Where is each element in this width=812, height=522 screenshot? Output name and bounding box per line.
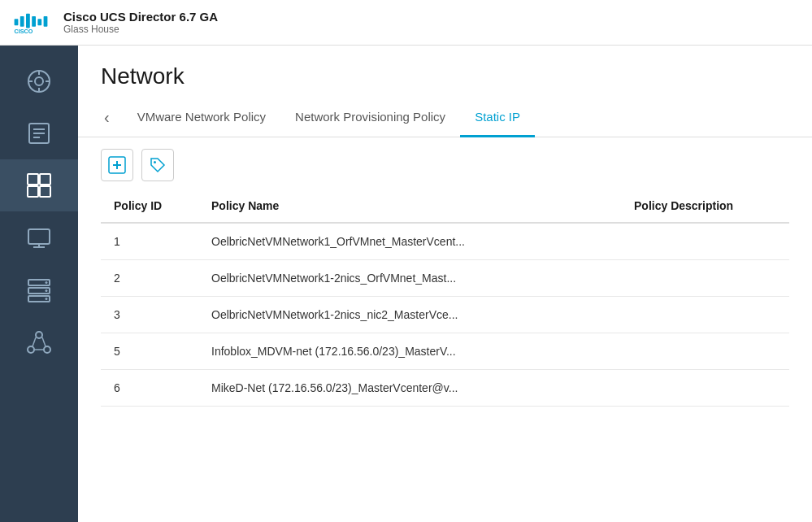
table-container: Policy ID Policy Name Policy Description…	[78, 189, 812, 522]
policies-icon	[24, 119, 54, 148]
tag-icon	[148, 155, 167, 175]
table-row[interactable]: 2OelbricNetVMNetwork1-2nics_OrfVMnet_Mas…	[101, 260, 789, 297]
sidebar	[0, 46, 78, 522]
cell-policy-name: Infoblox_MDVM-net (172.16.56.0/23)_Maste…	[198, 333, 621, 370]
table-row[interactable]: 6MikeD-Net (172.16.56.0/23)_MasterVcente…	[101, 370, 789, 407]
tag-button[interactable]	[141, 149, 174, 181]
col-header-name: Policy Name	[198, 189, 621, 223]
tab-back-button[interactable]: ‹	[101, 101, 113, 133]
dashboard-icon	[24, 67, 54, 96]
table-row[interactable]: 3OelbricNetVMNetwork1-2nics_nic2_MasterV…	[101, 297, 789, 333]
svg-rect-3	[32, 16, 36, 27]
tenant-name: Glass House	[63, 24, 218, 35]
cisco-logo: CISCO	[13, 10, 52, 36]
content-area: Network ‹ VMware Network Policy Network …	[78, 46, 812, 522]
app-title: Cisco UCS Director 6.7 GA Glass House	[63, 10, 218, 35]
table-row[interactable]: 1OelbricNetVMNetwork1_OrfVMnet_MasterVce…	[101, 223, 789, 260]
svg-rect-4	[37, 19, 41, 25]
cell-policy-id: 3	[101, 297, 198, 333]
servers-icon	[24, 275, 54, 304]
svg-rect-19	[28, 186, 38, 197]
svg-rect-20	[40, 186, 50, 197]
svg-point-32	[44, 346, 50, 353]
app-name: Cisco UCS Director 6.7 GA	[63, 10, 218, 24]
cell-policy-description	[621, 297, 789, 333]
page-title: Network	[101, 63, 789, 89]
svg-point-27	[46, 281, 48, 284]
svg-rect-18	[40, 174, 50, 185]
svg-text:CISCO: CISCO	[15, 27, 33, 34]
cell-policy-name: OelbricNetVMNetwork1-2nics_nic2_MasterVc…	[198, 297, 621, 333]
svg-point-30	[36, 332, 42, 338]
toolbar	[78, 137, 812, 189]
policy-table: Policy ID Policy Name Policy Description…	[101, 189, 789, 407]
svg-rect-1	[20, 16, 24, 27]
table-row[interactable]: 5Infoblox_MDVM-net (172.16.56.0/23)_Mast…	[101, 333, 789, 370]
cell-policy-name: MikeD-Net (172.16.56.0/23)_MasterVcenter…	[198, 370, 621, 407]
sidebar-item-workflows[interactable]	[0, 159, 78, 211]
svg-point-8	[35, 77, 43, 85]
sidebar-item-vm[interactable]	[0, 211, 78, 263]
topbar: CISCO Cisco UCS Director 6.7 GA Glass Ho…	[0, 0, 812, 46]
workflows-icon	[24, 171, 54, 200]
svg-line-34	[42, 337, 46, 346]
sidebar-item-policies[interactable]	[0, 107, 78, 159]
col-header-desc: Policy Description	[621, 189, 789, 223]
network-icon	[24, 327, 54, 356]
sidebar-item-dashboard[interactable]	[0, 55, 78, 107]
svg-point-31	[28, 346, 34, 353]
add-icon	[107, 155, 127, 175]
svg-point-28	[46, 289, 48, 292]
cell-policy-id: 5	[101, 333, 198, 370]
cell-policy-description	[621, 370, 789, 407]
cell-policy-name: OelbricNetVMNetwork1_OrfVMnet_MasterVcen…	[198, 223, 621, 260]
add-button[interactable]	[101, 149, 133, 181]
cell-policy-id: 1	[101, 223, 198, 260]
cell-policy-description	[621, 223, 789, 260]
page-header: Network	[78, 46, 812, 89]
svg-rect-17	[28, 174, 38, 185]
cell-policy-name: OelbricNetVMNetwork1-2nics_OrfVMnet_Mast…	[198, 260, 621, 297]
svg-point-39	[154, 161, 156, 163]
svg-point-29	[46, 298, 48, 300]
svg-line-33	[33, 337, 36, 346]
cell-policy-id: 6	[101, 370, 198, 407]
cell-policy-description	[621, 260, 789, 297]
tab-vmware[interactable]: VMware Network Policy	[123, 98, 280, 137]
svg-rect-5	[44, 16, 48, 27]
sidebar-item-servers[interactable]	[0, 263, 78, 315]
sidebar-item-network[interactable]	[0, 315, 78, 368]
svg-rect-0	[15, 19, 19, 25]
tabs-row: ‹ VMware Network Policy Network Provisio…	[78, 98, 812, 137]
tab-provisioning[interactable]: Network Provisioning Policy	[280, 98, 460, 137]
col-header-id: Policy ID	[101, 189, 198, 223]
vm-icon	[24, 223, 54, 252]
svg-rect-21	[28, 229, 50, 244]
cell-policy-id: 2	[101, 260, 198, 297]
table-header-row: Policy ID Policy Name Policy Description	[101, 189, 789, 223]
cell-policy-description	[621, 333, 789, 370]
tab-static[interactable]: Static IP	[460, 98, 535, 137]
svg-rect-2	[26, 13, 30, 28]
